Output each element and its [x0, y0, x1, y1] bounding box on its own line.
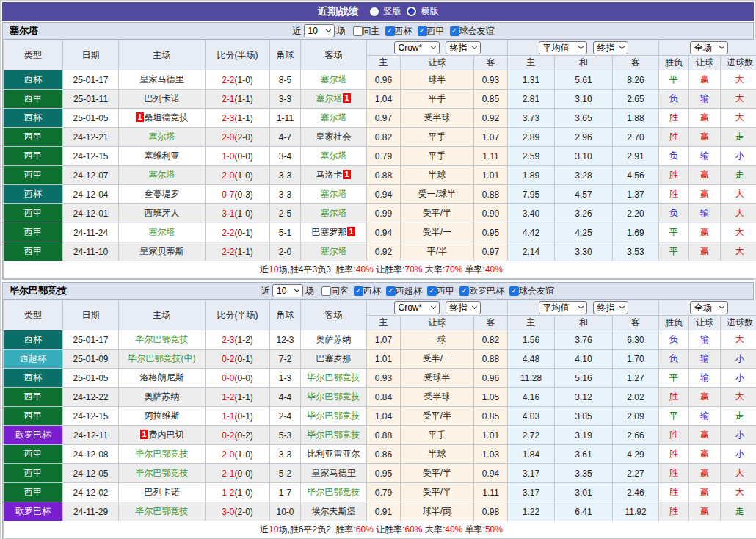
same-venue-label: 同主 — [363, 25, 380, 37]
summary-segment: 10 — [269, 524, 278, 535]
away-team-name: 奥萨苏纳 — [316, 334, 352, 344]
fulltime-score: 1-0 — [222, 151, 234, 162]
avg-source-select[interactable]: 平均值 — [539, 301, 587, 314]
match-date: 24-12-01 — [63, 204, 119, 223]
league-checkbox-西杯[interactable] — [354, 286, 363, 296]
sub-column-header: 让球 — [401, 56, 474, 70]
avg-source-select[interactable]: 平均值 — [539, 41, 587, 54]
score-cell: 1-1(0-1) — [206, 407, 270, 426]
corners: 2-5 — [270, 204, 301, 223]
home-team-cell: 巴列卡诺 — [119, 90, 206, 109]
league-checkbox-球会友谊[interactable] — [509, 286, 519, 296]
vertical-layout-label: 竖版 — [384, 5, 401, 18]
league-checkbox-西甲[interactable] — [427, 286, 437, 296]
recent-count-select[interactable]: 10 — [272, 284, 303, 297]
team-section: 塞尔塔近10场同主西杯西甲球会友谊类型日期主场比分(半场)角球客场Crow*终指… — [2, 22, 754, 280]
fulltime-score: 1-2 — [222, 488, 234, 498]
recent-count-select[interactable]: 10 — [304, 24, 335, 37]
same-venue-checkbox[interactable] — [353, 26, 363, 36]
chevron-down-icon — [430, 44, 435, 49]
column-header: 类型 — [4, 300, 63, 330]
league-checkbox-label: 西超杯 — [396, 285, 422, 297]
vertical-layout-radio[interactable] — [370, 7, 379, 16]
halftime-score: (1-0) — [235, 449, 253, 460]
league-badge: 欧罗巴杯 — [4, 502, 63, 521]
avg-source-select-value: 平均值 — [543, 302, 570, 314]
chevron-down-icon — [719, 304, 724, 309]
odds-time-select[interactable]: 终指 — [446, 41, 481, 54]
same-venue-checkbox[interactable] — [321, 286, 331, 296]
avg-draw: 3.10 — [555, 147, 613, 166]
score-cell: 2-0(1-0) — [206, 166, 270, 185]
team-name: 塞尔塔 — [10, 24, 38, 37]
score-cell: 1-2(1-1) — [206, 388, 270, 407]
handicap: 受一/球半 — [401, 185, 474, 204]
odds-away: 0.82 — [474, 330, 508, 350]
avg-draw: 3.26 — [555, 204, 613, 223]
summary-row: 近10场,胜4平3负3, 胜率:40% 让胜率:70% 大率:70% 单率:40… — [4, 261, 756, 279]
halftime-score: (0-2) — [235, 430, 253, 441]
avg-time-select-value: 终指 — [597, 302, 615, 314]
scope-select[interactable]: 全场 — [690, 301, 728, 314]
odds-source-select[interactable]: Crow* — [394, 301, 440, 314]
league-badge: 西甲 — [4, 128, 63, 147]
odds-source-select[interactable]: Crow* — [394, 41, 440, 54]
odds-home: 0.91 — [367, 502, 401, 521]
score-cell: 2-0(2-0) — [206, 128, 270, 147]
avg-time-select[interactable]: 终指 — [593, 301, 628, 314]
league-badge: 西杯 — [4, 185, 63, 204]
match-date: 24-12-08 — [63, 445, 119, 464]
avg-time-select[interactable]: 终指 — [593, 41, 628, 54]
result-goals: 大 — [721, 204, 756, 223]
avg-home: 1.84 — [508, 445, 555, 464]
score-cell: 1-2(1-0) — [206, 483, 270, 502]
odds-away: 0.95 — [474, 223, 508, 242]
home-team-cell: 塞尔塔 — [119, 166, 206, 185]
league-checkbox-西超杯[interactable] — [386, 286, 396, 296]
avg-away: 2.66 — [613, 426, 659, 445]
handicap: 平手 — [401, 128, 474, 147]
league-checkbox-西甲[interactable] — [418, 26, 427, 36]
fulltime-score: 0-2 — [222, 430, 234, 441]
column-header: 比分(半场) — [206, 300, 270, 330]
avg-draw: 3.28 — [555, 166, 613, 185]
away-team-name: 毕尔巴鄂竞技 — [308, 430, 360, 440]
score-cell: 1-0(0-0) — [206, 147, 270, 166]
league-checkbox-西杯[interactable] — [385, 26, 395, 36]
home-team-cell: 塞尔塔 — [119, 223, 206, 242]
league-checkbox-球会友谊[interactable] — [450, 26, 459, 36]
league-badge: 西杯 — [4, 109, 63, 128]
home-team-cell: 毕尔巴鄂竞技 — [119, 464, 206, 483]
summary-segment: 场,胜6平2负2, 胜率: — [278, 524, 355, 535]
sub-column-header: 主 — [367, 56, 401, 70]
avg-away: 8.26 — [613, 70, 659, 90]
result-handicap: 赢 — [689, 128, 721, 147]
avg-draw: 2.96 — [555, 128, 613, 147]
avg-draw: 4.25 — [555, 223, 613, 242]
avg-home: 3.73 — [508, 109, 555, 128]
match-row: 西甲24-11-10皇家贝蒂斯2-2(1-1)2-0塞尔塔0.92平/半0.97… — [4, 242, 756, 261]
scope-select[interactable]: 全场 — [690, 41, 728, 54]
column-header: 角球 — [270, 300, 301, 330]
horizontal-layout-radio[interactable] — [407, 7, 416, 16]
result-goals: 大 — [721, 464, 756, 483]
summary-segment: 近 — [260, 524, 269, 535]
odds-time-select[interactable]: 终指 — [446, 301, 481, 314]
result-handicap: 输 — [689, 204, 721, 223]
home-team-cell: 塞尔塔 — [119, 128, 206, 147]
league-checkbox-label: 西杯 — [395, 25, 412, 37]
odds-time-select-value: 终指 — [450, 302, 468, 314]
avg-away: 2.46 — [613, 483, 659, 502]
match-date: 24-12-15 — [63, 147, 119, 166]
result-goals: 走 — [721, 407, 756, 426]
avg-draw: 3.05 — [555, 407, 613, 426]
home-team-name: 毕尔巴鄂竞技(中) — [128, 353, 196, 363]
handicap: 平/半 — [401, 242, 474, 261]
odds-home: 1.04 — [367, 407, 401, 426]
avg-away: 11.92 — [613, 502, 659, 521]
match-row: 西甲24-12-05毕尔巴鄂竞技2-1(0-0)5-2皇家马德里0.95受平/半… — [4, 464, 756, 483]
odds-home: 0.96 — [367, 70, 401, 90]
league-checkbox-欧罗巴杯[interactable] — [459, 286, 469, 296]
home-team-name: 巴列卡诺 — [145, 93, 180, 104]
odds-home: 0.79 — [367, 483, 401, 502]
